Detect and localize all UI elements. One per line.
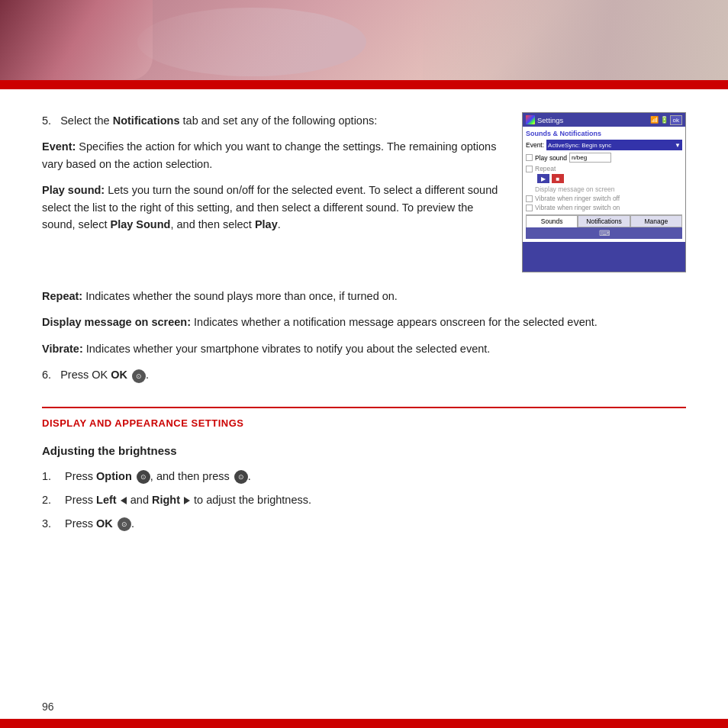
option-icon: ⊙ xyxy=(137,470,150,484)
ds-repeat-checkbox[interactable] xyxy=(526,166,533,172)
ds-ok-button[interactable]: ok xyxy=(670,115,682,125)
ds-vibrate-off-label: Vibrate when ringer switch off xyxy=(535,195,620,202)
header-image xyxy=(0,0,728,80)
ds-event-row: Event: ActiveSync: Begin sync ▼ xyxy=(526,140,682,150)
step-1-text: Press Option ⊙, and then press ⊙. xyxy=(65,468,251,485)
ds-display-msg: Display message on screen xyxy=(535,185,682,193)
notifications-bold: Notifications xyxy=(113,114,180,127)
step-5-number: 5. xyxy=(42,114,51,127)
ds-event-value: ActiveSync: Begin sync xyxy=(548,142,611,149)
device-screenshot: Settings 📶 🔋 ok Sounds & Notifications E… xyxy=(522,112,686,272)
ds-vibrate-off-checkbox[interactable] xyxy=(526,195,533,202)
ds-titlebar: Settings 📶 🔋 ok xyxy=(523,113,685,127)
ds-body: Sounds & Notifications Event: ActiveSync… xyxy=(523,127,685,242)
brightness-step-1: 1. Press Option ⊙, and then press ⊙. xyxy=(42,468,686,485)
ds-vibrate-on-checkbox[interactable] xyxy=(526,205,533,211)
ds-play-sound-row: Play sound n/beg xyxy=(526,153,682,163)
ds-tab-manage[interactable]: Manage xyxy=(630,215,682,227)
display-paragraph: Display message on screen: Indicates whe… xyxy=(42,314,686,330)
section-divider xyxy=(42,407,686,408)
vibrate-paragraph: Vibrate: Indicates whether your smartpho… xyxy=(42,340,686,357)
play-sound-paragraph: Play sound: Lets you turn the sound on/o… xyxy=(42,182,499,233)
navigate-icon: ⊙ xyxy=(234,470,248,484)
ds-section-title: Sounds & Notifications xyxy=(526,130,682,137)
repeat-bold: Repeat: xyxy=(42,290,82,302)
repeat-paragraph: Repeat: Indicates whether the sound play… xyxy=(42,288,686,304)
ds-vibrate-off-row: Vibrate when ringer switch off xyxy=(526,195,682,202)
left-arrow-icon xyxy=(121,497,127,504)
event-paragraph: Event: Specifies the action for which yo… xyxy=(42,138,499,172)
ds-repeat-row: Repeat xyxy=(526,165,682,172)
ds-play-sound-label: Play sound xyxy=(535,154,567,162)
main-content: 5. Select the Notifications tab and set … xyxy=(0,89,728,562)
step-6-press-ok: Press OK xyxy=(60,369,108,381)
ds-play-button[interactable]: ▶ xyxy=(537,174,549,183)
play-sound-bold: Play sound: xyxy=(42,184,105,196)
event-bold: Event: xyxy=(42,140,76,153)
red-stripe xyxy=(0,80,728,89)
ds-tabs: Sounds Notifications Manage xyxy=(526,214,682,227)
ds-tab-sounds[interactable]: Sounds xyxy=(526,215,578,227)
step-2-text: Press Left and Right to adjust the brigh… xyxy=(65,491,311,509)
step-6-ok-bold: OK xyxy=(111,369,127,381)
keyboard-icon: ⌨ xyxy=(599,229,610,237)
step-1-num: 1. xyxy=(42,468,57,485)
ds-title-left: Settings xyxy=(526,115,563,124)
ds-title-right: 📶 🔋 ok xyxy=(650,115,682,125)
ds-title-text: Settings xyxy=(537,116,563,124)
step-5-text: 5. Select the Notifications tab and set … xyxy=(42,112,499,272)
ds-playback-row: ▶ ■ xyxy=(537,174,682,183)
page-number: 96 xyxy=(42,701,54,713)
step-3-text: Press OK ⊙. xyxy=(65,515,134,533)
footer-bar xyxy=(0,719,728,728)
subsection-heading: Adjusting the brightness xyxy=(42,444,686,457)
step-6-number: 6. xyxy=(42,369,51,381)
ds-keyboard-bar: ⌨ xyxy=(526,227,682,239)
ds-repeat-label: Repeat xyxy=(535,165,556,172)
ds-play-sound-checkbox[interactable] xyxy=(526,154,533,161)
step-3-num: 3. xyxy=(42,515,57,533)
section-heading: DISPLAY AND APPEARANCE SETTINGS xyxy=(42,417,686,429)
ds-sound-value: n/beg xyxy=(572,154,587,161)
brightness-step-2: 2. Press Left and Right to adjust the br… xyxy=(42,491,686,509)
right-arrow-icon xyxy=(184,497,190,504)
ds-tab-notifications[interactable]: Notifications xyxy=(578,215,630,227)
step-6: 6. Press OK OK ⊙. xyxy=(42,366,686,383)
step-2-num: 2. xyxy=(42,491,57,509)
step3-ok-icon: ⊙ xyxy=(118,517,131,531)
vibrate-bold: Vibrate: xyxy=(42,343,83,355)
ok-icon: ⊙ xyxy=(132,369,146,383)
ds-event-label: Event: xyxy=(526,141,544,149)
windows-icon xyxy=(526,115,535,124)
step-5-intro: 5. Select the Notifications tab and set … xyxy=(42,112,499,129)
ds-sound-select[interactable]: n/beg xyxy=(569,153,611,163)
ds-vibrate-on-label: Vibrate when ringer switch on xyxy=(535,204,620,211)
ds-stop-button[interactable]: ■ xyxy=(552,174,564,183)
step-5-section: 5. Select the Notifications tab and set … xyxy=(42,112,686,272)
ds-event-select[interactable]: ActiveSync: Begin sync ▼ xyxy=(546,140,682,150)
display-bold: Display message on screen: xyxy=(42,316,191,328)
brightness-step-3: 3. Press OK ⊙. xyxy=(42,515,686,533)
ds-vibrate-on-row: Vibrate when ringer switch on xyxy=(526,204,682,211)
